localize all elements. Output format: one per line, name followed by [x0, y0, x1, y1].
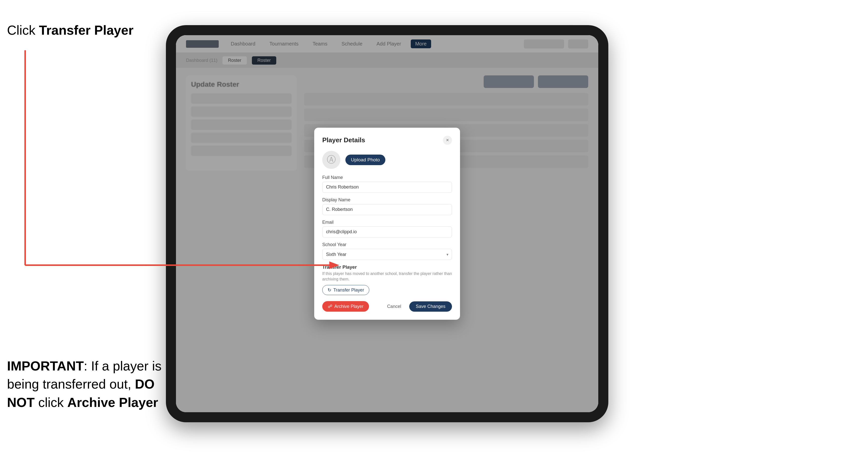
email-group: Email [322, 220, 452, 238]
avatar-placeholder: Ⓐ [322, 151, 340, 169]
school-year-select[interactable]: First Year Second Year Third Year Fourth… [322, 249, 452, 260]
save-changes-button[interactable]: Save Changes [409, 301, 452, 312]
full-name-input[interactable] [322, 182, 452, 193]
transfer-player-annotation: Transfer Player [39, 23, 133, 37]
school-year-label: School Year [322, 242, 452, 247]
tablet-device: Dashboard Tournaments Teams Schedule Add… [166, 25, 608, 422]
avatar-section: Ⓐ Upload Photo [322, 151, 452, 169]
upload-photo-button[interactable]: Upload Photo [345, 155, 385, 165]
click-instruction: Click Transfer Player [7, 23, 133, 38]
tablet-screen: Dashboard Tournaments Teams Schedule Add… [176, 35, 598, 412]
modal-footer: ☍ Archive Player Cancel Save Changes [322, 301, 452, 312]
modal-close-button[interactable]: × [443, 136, 452, 145]
archive-icon: ☍ [328, 304, 332, 309]
transfer-btn-label: Transfer Player [333, 287, 364, 293]
school-year-select-wrapper: First Year Second Year Third Year Fourth… [322, 249, 452, 260]
email-input[interactable] [322, 226, 452, 238]
transfer-section-title: Transfer Player [322, 264, 452, 270]
archive-btn-label: Archive Player [334, 304, 364, 309]
modal-overlay: Player Details × Ⓐ Upload Photo Full Nam… [176, 35, 598, 412]
click-prefix: Click [7, 23, 39, 37]
app-background: Dashboard Tournaments Teams Schedule Add… [176, 35, 598, 412]
person-icon: Ⓐ [327, 154, 336, 166]
modal-title: Player Details [322, 136, 365, 144]
modal-header: Player Details × [322, 136, 452, 145]
full-name-label: Full Name [322, 175, 452, 180]
email-label: Email [322, 220, 452, 225]
cancel-button[interactable]: Cancel [383, 301, 405, 312]
display-name-group: Display Name [322, 197, 452, 215]
do-not-text: click [35, 395, 67, 410]
bottom-annotation: IMPORTANT: If a player is being transfer… [7, 357, 163, 412]
transfer-player-button[interactable]: ↻ Transfer Player [322, 285, 369, 295]
display-name-input[interactable] [322, 204, 452, 215]
player-details-modal: Player Details × Ⓐ Upload Photo Full Nam… [314, 128, 460, 320]
transfer-player-section: Transfer Player If this player has moved… [322, 264, 452, 295]
full-name-group: Full Name [322, 175, 452, 193]
archive-label: Archive Player [67, 395, 158, 410]
display-name-label: Display Name [322, 197, 452, 203]
school-year-group: School Year First Year Second Year Third… [322, 242, 452, 260]
archive-player-button[interactable]: ☍ Archive Player [322, 301, 369, 312]
transfer-icon: ↻ [328, 287, 331, 293]
transfer-section-description: If this player has moved to another scho… [322, 271, 452, 282]
important-label: IMPORTANT [7, 359, 84, 373]
